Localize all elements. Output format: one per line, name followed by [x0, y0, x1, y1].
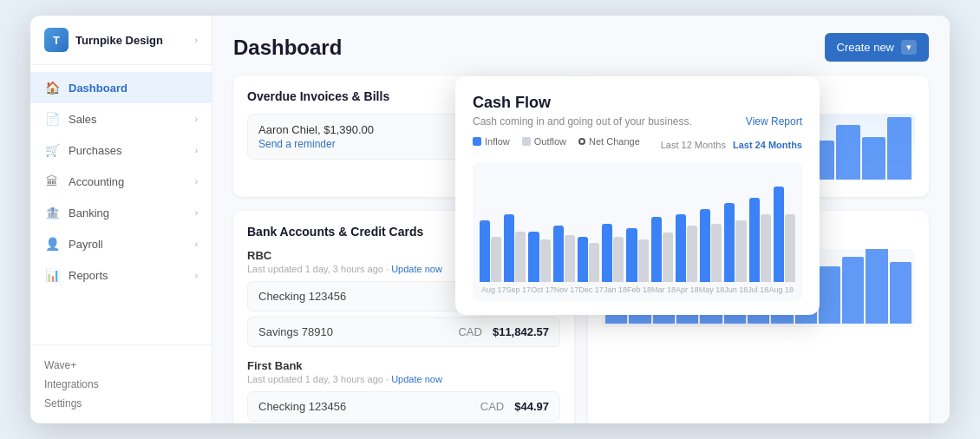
- x-label: Mar 18: [651, 285, 676, 294]
- sidebar-item-banking[interactable]: 🏦 Banking ›: [30, 197, 212, 228]
- outflow-bar: [515, 232, 526, 282]
- sidebar-item-accounting[interactable]: 🏛 Accounting ›: [30, 166, 212, 197]
- timerange-last-24-months[interactable]: Last 24 Months: [733, 140, 802, 150]
- nav-label-sales: Sales: [69, 113, 97, 126]
- outflow-bar: [735, 220, 746, 282]
- outflow-bar: [687, 226, 697, 282]
- cashflow-bar: [836, 125, 860, 180]
- x-label: Nov 17: [554, 285, 579, 294]
- outflow-bar: [613, 237, 624, 282]
- inflow-bar: [626, 228, 637, 282]
- nav-chevron-icon: ›: [195, 115, 198, 124]
- sales-icon: 📄: [44, 111, 60, 127]
- cashflow-bar: [887, 117, 911, 180]
- bar-group: [749, 198, 771, 282]
- pl-bar: [866, 249, 887, 324]
- payroll-icon: 👤: [44, 236, 60, 252]
- inflow-bar: [651, 217, 662, 282]
- sidebar-item-purchases[interactable]: 🛒 Purchases ›: [30, 134, 212, 166]
- inflow-bar: [749, 198, 760, 282]
- outflow-bar: [663, 233, 673, 282]
- create-new-button[interactable]: Create new ▾: [825, 33, 929, 62]
- purchases-icon: 🛒: [44, 142, 60, 158]
- sidebar-logo[interactable]: T Turnpike Design ›: [30, 16, 212, 65]
- inflow-bar: [676, 214, 686, 282]
- nav-label-banking: Banking: [69, 206, 109, 220]
- nav-label-payroll: Payroll: [69, 238, 103, 251]
- bar-group: [504, 214, 526, 282]
- popup-chart: Aug 17Sep 17Oct 17Nov 17Dec 17Jan 18Feb …: [473, 162, 802, 301]
- nav-chevron-icon: ›: [195, 239, 198, 249]
- bank-updated: Last updated 1 day, 3 hours ago · Update…: [247, 374, 560, 384]
- nav-label-accounting: Accounting: [69, 175, 124, 188]
- logo-icon: T: [44, 28, 69, 52]
- main-header: Dashboard Create new ▾: [233, 33, 929, 62]
- update-now-link[interactable]: Update now: [391, 264, 442, 274]
- inflow-bar: [504, 214, 514, 282]
- account-name: Savings 78910: [258, 325, 458, 338]
- account-name: Checking 123456: [258, 290, 465, 303]
- inflow-bar: [578, 237, 588, 282]
- popup-desc: Cash coming in and going out of your bus…: [473, 115, 802, 128]
- inflow-bar: [774, 187, 784, 282]
- accounting-icon: 🏛: [44, 174, 60, 189]
- outflow-bar: [785, 214, 795, 282]
- page-title: Dashboard: [233, 36, 342, 60]
- cashflow-bar: [862, 137, 886, 180]
- update-now-link[interactable]: Update now: [391, 374, 442, 384]
- sidebar-item-sales[interactable]: 📄 Sales ›: [30, 103, 212, 134]
- bar-group: [651, 217, 673, 282]
- bar-group: [480, 220, 501, 282]
- sidebar-footer-integrations[interactable]: Integrations: [44, 375, 198, 394]
- pl-bar: [842, 257, 864, 324]
- outflow-bar: [638, 239, 649, 282]
- sidebar-nav: 🏠 Dashboard 📄 Sales › 🛒 Purchases › 🏛 Ac…: [30, 65, 212, 344]
- legend-item-inflow: Inflow: [473, 136, 510, 147]
- sidebar-item-payroll[interactable]: 👤 Payroll ›: [30, 228, 212, 259]
- inflow-bar: [700, 209, 710, 282]
- popup-x-labels: Aug 17Sep 17Oct 17Nov 17Dec 17Jan 18Feb …: [480, 285, 795, 294]
- outflow-bar: [761, 214, 771, 282]
- timerange-last-12-months[interactable]: Last 12 Months: [661, 140, 726, 150]
- x-label: Apr 18: [676, 285, 699, 294]
- bank-section-first-bank: First Bank Last updated 1 day, 3 hours a…: [247, 359, 560, 423]
- popup-timerange: Last 12 MonthsLast 24 Months: [654, 140, 802, 150]
- nav-chevron-icon: ›: [195, 271, 198, 280]
- app-container: T Turnpike Design › 🏠 Dashboard 📄 Sales …: [30, 16, 950, 423]
- bar-group: [528, 232, 550, 282]
- nav-chevron-icon: ›: [195, 208, 198, 218]
- sidebar-item-reports[interactable]: 📊 Reports ›: [30, 259, 212, 291]
- banking-icon: 🏦: [44, 205, 60, 220]
- inflow-bar: [480, 220, 490, 282]
- account-row: Savings 78910 CAD $11,842.57: [247, 317, 560, 347]
- x-label: Feb 18: [627, 285, 651, 294]
- nav-chevron-icon: ›: [195, 177, 198, 187]
- dropdown-arrow-icon: ▾: [901, 40, 917, 55]
- outflow-bar: [491, 237, 501, 282]
- bar-group: [774, 187, 795, 282]
- reports-icon: 📊: [44, 267, 60, 283]
- sidebar-chevron-icon: ›: [194, 35, 198, 45]
- outflow-bar: [589, 243, 599, 282]
- outflow-bar: [565, 235, 575, 282]
- outflow-legend-label: Outflow: [534, 136, 566, 147]
- cashflow-popup: Cash Flow Cash coming in and going out o…: [455, 76, 820, 315]
- sidebar-footer-settings[interactable]: Settings: [44, 394, 198, 413]
- bank-name: First Bank: [247, 359, 560, 372]
- x-label: Dec 17: [578, 285, 604, 294]
- bar-group: [626, 228, 648, 282]
- x-label: Sep 17: [506, 285, 532, 294]
- sidebar-item-dashboard[interactable]: 🏠 Dashboard: [30, 72, 212, 103]
- x-label: Oct 17: [531, 285, 554, 294]
- sidebar-footer-wave+[interactable]: Wave+: [44, 356, 198, 375]
- view-report-link[interactable]: View Report: [746, 115, 802, 128]
- pl-bar: [890, 262, 911, 324]
- popup-legend: InflowOutflowNet Change: [473, 136, 640, 147]
- nav-chevron-icon: ›: [195, 146, 198, 155]
- bar-group: [578, 237, 599, 282]
- inflow-bar: [528, 232, 539, 282]
- inflow-bar: [602, 224, 612, 282]
- account-row: Checking 123456 CAD $44.97: [247, 391, 560, 422]
- account-amount: $44.97: [514, 400, 549, 413]
- net change-legend-label: Net Change: [589, 136, 640, 147]
